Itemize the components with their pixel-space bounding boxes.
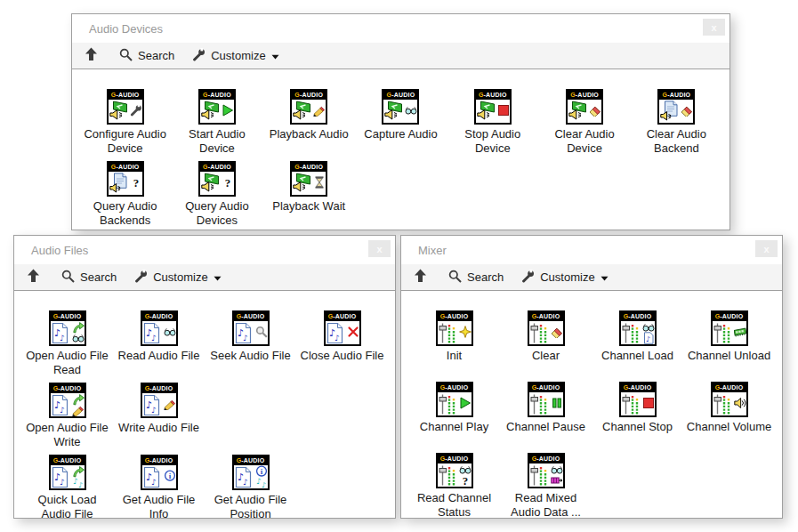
- vi-icon: G-AUDIO: [657, 89, 695, 125]
- svg-text:♪: ♪: [151, 334, 157, 343]
- volume-icon: [734, 397, 746, 409]
- palette-item-write-audio-file[interactable]: G-AUDIO♪♪Write Audio File: [113, 383, 205, 448]
- close-icon: x: [376, 244, 382, 254]
- item-label: Channel Unload: [688, 349, 770, 363]
- palette-item-channel-load[interactable]: G-AUDIO♪Channel Load: [592, 310, 683, 375]
- g-audio-banner: G-AUDIO: [326, 312, 359, 321]
- g-audio-banner: G-AUDIO: [142, 384, 176, 393]
- palette-item-close-audio-file[interactable]: G-AUDIO♪♪Close Audio File: [296, 310, 388, 376]
- title-bar[interactable]: Audio Files x: [14, 236, 395, 264]
- close-button[interactable]: x: [755, 240, 778, 257]
- notes-icon: ♪♪: [255, 476, 268, 488]
- palette-item-start-audio-device[interactable]: G-AUDIOStart Audio Device: [171, 89, 262, 155]
- item-label: Get Audio File Position: [206, 493, 295, 520]
- svg-text:♪: ♪: [60, 334, 65, 343]
- search-button[interactable]: Search: [61, 270, 117, 286]
- title-bar[interactable]: Mixer x: [401, 236, 782, 264]
- palette-item-open-audio-file-read[interactable]: G-AUDIO♪♪Open Audio File Read: [21, 310, 113, 376]
- g-audio-banner: G-AUDIO: [529, 312, 563, 321]
- palette-row: G-AUDIO♪♪♪♪Quick Load Audio FileG-AUDIO♪…: [21, 455, 388, 520]
- customize-button[interactable]: Customize: [521, 270, 608, 286]
- palette-item-channel-volume[interactable]: G-AUDIOChannel Volume: [683, 382, 775, 447]
- palette-item-channel-pause[interactable]: G-AUDIOChannel Pause: [500, 382, 592, 447]
- vi-icon: G-AUDIO: [290, 161, 327, 197]
- magnifier-icon: [255, 326, 268, 338]
- g-audio-banner: G-AUDIO: [438, 383, 472, 392]
- item-label: Channel Play: [420, 420, 488, 434]
- palette-item-query-audio-devices[interactable]: G-AUDIO?Query Audio Devices: [171, 161, 262, 227]
- customize-button[interactable]: Customize: [134, 270, 221, 286]
- palette-item-read-channel-status[interactable]: G-AUDIO?Read Channel Status: [408, 453, 500, 519]
- close-button[interactable]: x: [368, 240, 391, 257]
- palette-window-mixer: Mixer x Search Customize G-AUDIOInitG-AU…: [400, 235, 783, 519]
- palette-item-query-audio-backends[interactable]: G-AUDIO?Query Audio Backends: [79, 161, 171, 227]
- search-icon: [119, 48, 133, 64]
- vi-icon: G-AUDIO: [619, 382, 657, 417]
- palette-item-quick-load-audio-file[interactable]: G-AUDIO♪♪♪♪Quick Load Audio File: [21, 455, 113, 520]
- up-button[interactable]: [410, 269, 431, 286]
- g-audio-banner: G-AUDIO: [142, 312, 176, 321]
- palette-item-channel-stop[interactable]: G-AUDIOChannel Stop: [592, 382, 683, 447]
- question-icon: ?: [459, 474, 472, 487]
- palette-item-channel-play[interactable]: G-AUDIOChannel Play: [408, 382, 500, 447]
- svg-text:?: ?: [133, 176, 139, 189]
- customize-button[interactable]: Customize: [192, 48, 278, 64]
- vi-icon: G-AUDIO♪♪i♪♪: [232, 455, 270, 490]
- g-audio-banner: G-AUDIO: [529, 383, 563, 392]
- svg-text:♪: ♪: [243, 478, 248, 487]
- close-icon: x: [763, 244, 769, 254]
- pause-icon: [551, 397, 563, 409]
- palette-item-clear[interactable]: G-AUDIOClear: [500, 310, 592, 375]
- wrench-icon: [192, 48, 206, 64]
- palette-item-get-audio-file-position[interactable]: G-AUDIO♪♪i♪♪Get Audio File Position: [205, 455, 296, 520]
- palette-item-clear-audio-device[interactable]: G-AUDIOClear Audio Device: [538, 89, 630, 155]
- g-audio-banner: G-AUDIO: [234, 456, 268, 465]
- palette-item-read-mixed-audio-data[interactable]: G-AUDIORead Mixed Audio Data ...: [500, 453, 592, 519]
- search-button[interactable]: Search: [119, 48, 174, 64]
- up-button[interactable]: [81, 47, 101, 64]
- svg-text:?: ?: [225, 176, 231, 189]
- stop-icon: [497, 104, 510, 117]
- palette-row: G-AUDIO♪♪Open Audio File WriteG-AUDIO♪♪W…: [21, 383, 388, 448]
- palette-item-open-audio-file-write[interactable]: G-AUDIO♪♪Open Audio File Write: [21, 383, 113, 448]
- vi-icon: G-AUDIO: [566, 89, 603, 125]
- palette-item-seek-audio-file[interactable]: G-AUDIO♪♪Seek Audio File: [205, 310, 296, 376]
- doc-icon: ♪: [642, 332, 655, 344]
- up-button[interactable]: [23, 269, 44, 286]
- eraser-icon: [681, 104, 693, 117]
- palette-item-configure-audio-device[interactable]: G-AUDIOConfigure Audio Device: [79, 89, 171, 155]
- glasses-icon: [72, 332, 85, 344]
- g-audio-banner: G-AUDIO: [109, 91, 142, 100]
- search-icon: [61, 270, 75, 286]
- search-button[interactable]: Search: [448, 270, 504, 286]
- palette-item-get-audio-file-info[interactable]: G-AUDIO♪♪iGet Audio File Info: [113, 455, 205, 520]
- palette-row: G-AUDIOConfigure Audio DeviceG-AUDIOStar…: [79, 89, 722, 155]
- vi-icon: G-AUDIO?: [198, 161, 236, 197]
- window-title: Mixer: [418, 244, 447, 257]
- palette-item-playback-audio[interactable]: G-AUDIOPlayback Audio: [263, 89, 355, 155]
- palette-item-capture-audio[interactable]: G-AUDIOCapture Audio: [355, 89, 447, 155]
- palette-item-read-audio-file[interactable]: G-AUDIO♪♪Read Audio File: [113, 310, 205, 376]
- array-icon: [551, 474, 563, 487]
- palette-item-playback-wait[interactable]: G-AUDIOPlayback Wait: [263, 161, 355, 227]
- palette-item-clear-audio-backend[interactable]: G-AUDIOClear Audio Backend: [631, 89, 722, 155]
- svg-text:♪: ♪: [646, 335, 650, 343]
- palette-item-stop-audio-device[interactable]: G-AUDIOStop Audio Device: [447, 89, 538, 155]
- palette-items-area: G-AUDIOConfigure Audio DeviceG-AUDIOStar…: [72, 69, 729, 227]
- wrench-icon: [521, 270, 535, 286]
- hourglass-icon: [313, 176, 326, 189]
- palette-item-channel-unload[interactable]: G-AUDIOChannel Unload: [683, 310, 775, 375]
- search-label: Search: [80, 270, 117, 284]
- g-audio-banner: G-AUDIO: [51, 384, 85, 393]
- dropdown-arrow-icon: [214, 270, 222, 284]
- palette-item-init[interactable]: G-AUDIOInit: [408, 310, 500, 375]
- g-audio-banner: G-AUDIO: [109, 163, 142, 172]
- g-audio-banner: G-AUDIO: [234, 312, 268, 321]
- close-button[interactable]: x: [703, 19, 725, 36]
- item-label: Playback Audio: [270, 127, 349, 141]
- title-bar[interactable]: Audio Devices x: [72, 14, 729, 43]
- g-audio-banner: G-AUDIO: [200, 91, 234, 100]
- up-arrow-icon: [27, 269, 40, 286]
- pencil-icon: [313, 104, 326, 117]
- vi-icon: G-AUDIO♪♪♪♪: [49, 455, 86, 490]
